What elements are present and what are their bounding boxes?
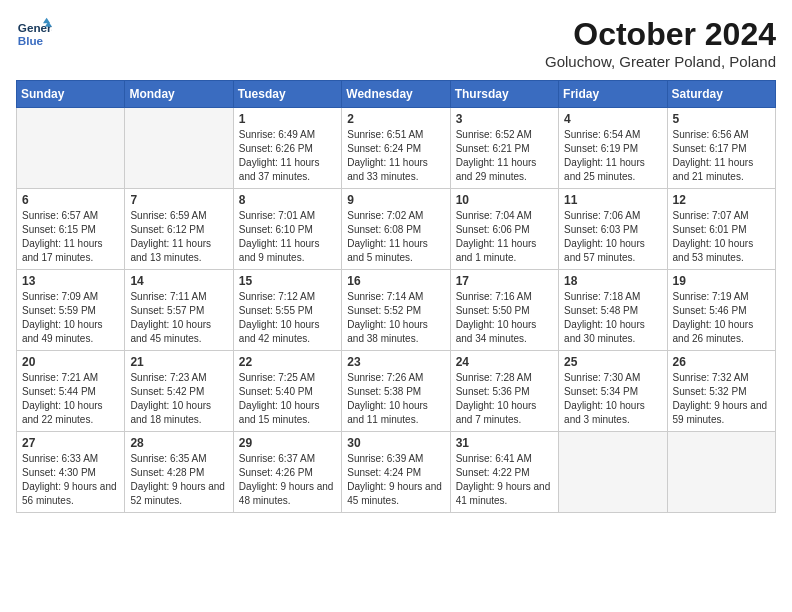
day-info: Sunrise: 7:12 AM Sunset: 5:55 PM Dayligh…	[239, 291, 320, 344]
calendar-cell: 13Sunrise: 7:09 AM Sunset: 5:59 PM Dayli…	[17, 270, 125, 351]
calendar-cell: 10Sunrise: 7:04 AM Sunset: 6:06 PM Dayli…	[450, 189, 558, 270]
calendar-cell: 26Sunrise: 7:32 AM Sunset: 5:32 PM Dayli…	[667, 351, 775, 432]
day-info: Sunrise: 7:26 AM Sunset: 5:38 PM Dayligh…	[347, 372, 428, 425]
calendar-cell: 17Sunrise: 7:16 AM Sunset: 5:50 PM Dayli…	[450, 270, 558, 351]
calendar-cell: 14Sunrise: 7:11 AM Sunset: 5:57 PM Dayli…	[125, 270, 233, 351]
day-info: Sunrise: 7:18 AM Sunset: 5:48 PM Dayligh…	[564, 291, 645, 344]
day-number: 11	[564, 193, 661, 207]
day-number: 5	[673, 112, 770, 126]
day-info: Sunrise: 7:14 AM Sunset: 5:52 PM Dayligh…	[347, 291, 428, 344]
weekday-header: Thursday	[450, 81, 558, 108]
day-info: Sunrise: 7:06 AM Sunset: 6:03 PM Dayligh…	[564, 210, 645, 263]
day-number: 4	[564, 112, 661, 126]
day-number: 10	[456, 193, 553, 207]
calendar-cell: 22Sunrise: 7:25 AM Sunset: 5:40 PM Dayli…	[233, 351, 341, 432]
day-info: Sunrise: 6:54 AM Sunset: 6:19 PM Dayligh…	[564, 129, 645, 182]
calendar-cell: 28Sunrise: 6:35 AM Sunset: 4:28 PM Dayli…	[125, 432, 233, 513]
calendar-week-row: 6Sunrise: 6:57 AM Sunset: 6:15 PM Daylig…	[17, 189, 776, 270]
day-number: 9	[347, 193, 444, 207]
day-number: 23	[347, 355, 444, 369]
day-number: 20	[22, 355, 119, 369]
calendar-cell: 6Sunrise: 6:57 AM Sunset: 6:15 PM Daylig…	[17, 189, 125, 270]
day-number: 1	[239, 112, 336, 126]
day-number: 19	[673, 274, 770, 288]
calendar-cell: 31Sunrise: 6:41 AM Sunset: 4:22 PM Dayli…	[450, 432, 558, 513]
day-number: 12	[673, 193, 770, 207]
calendar-cell: 9Sunrise: 7:02 AM Sunset: 6:08 PM Daylig…	[342, 189, 450, 270]
weekday-header-row: SundayMondayTuesdayWednesdayThursdayFrid…	[17, 81, 776, 108]
logo-icon: General Blue	[16, 16, 52, 52]
day-number: 29	[239, 436, 336, 450]
calendar-cell: 5Sunrise: 6:56 AM Sunset: 6:17 PM Daylig…	[667, 108, 775, 189]
calendar-cell: 18Sunrise: 7:18 AM Sunset: 5:48 PM Dayli…	[559, 270, 667, 351]
day-info: Sunrise: 7:30 AM Sunset: 5:34 PM Dayligh…	[564, 372, 645, 425]
page-header: General Blue October 2024 Goluchow, Grea…	[16, 16, 776, 70]
calendar-cell	[559, 432, 667, 513]
day-info: Sunrise: 7:16 AM Sunset: 5:50 PM Dayligh…	[456, 291, 537, 344]
calendar-cell: 27Sunrise: 6:33 AM Sunset: 4:30 PM Dayli…	[17, 432, 125, 513]
day-info: Sunrise: 6:59 AM Sunset: 6:12 PM Dayligh…	[130, 210, 211, 263]
day-info: Sunrise: 7:02 AM Sunset: 6:08 PM Dayligh…	[347, 210, 428, 263]
weekday-header: Monday	[125, 81, 233, 108]
day-number: 21	[130, 355, 227, 369]
day-info: Sunrise: 6:51 AM Sunset: 6:24 PM Dayligh…	[347, 129, 428, 182]
day-info: Sunrise: 6:37 AM Sunset: 4:26 PM Dayligh…	[239, 453, 334, 506]
calendar-cell: 7Sunrise: 6:59 AM Sunset: 6:12 PM Daylig…	[125, 189, 233, 270]
day-info: Sunrise: 6:56 AM Sunset: 6:17 PM Dayligh…	[673, 129, 754, 182]
day-info: Sunrise: 6:39 AM Sunset: 4:24 PM Dayligh…	[347, 453, 442, 506]
weekday-header: Sunday	[17, 81, 125, 108]
calendar-cell: 1Sunrise: 6:49 AM Sunset: 6:26 PM Daylig…	[233, 108, 341, 189]
calendar-cell	[17, 108, 125, 189]
calendar-cell: 11Sunrise: 7:06 AM Sunset: 6:03 PM Dayli…	[559, 189, 667, 270]
title-block: October 2024 Goluchow, Greater Poland, P…	[545, 16, 776, 70]
svg-text:Blue: Blue	[18, 34, 44, 47]
day-info: Sunrise: 7:11 AM Sunset: 5:57 PM Dayligh…	[130, 291, 211, 344]
day-info: Sunrise: 7:23 AM Sunset: 5:42 PM Dayligh…	[130, 372, 211, 425]
weekday-header: Saturday	[667, 81, 775, 108]
calendar-cell: 3Sunrise: 6:52 AM Sunset: 6:21 PM Daylig…	[450, 108, 558, 189]
day-number: 24	[456, 355, 553, 369]
day-info: Sunrise: 7:07 AM Sunset: 6:01 PM Dayligh…	[673, 210, 754, 263]
location-subtitle: Goluchow, Greater Poland, Poland	[545, 53, 776, 70]
day-info: Sunrise: 7:19 AM Sunset: 5:46 PM Dayligh…	[673, 291, 754, 344]
calendar-cell: 25Sunrise: 7:30 AM Sunset: 5:34 PM Dayli…	[559, 351, 667, 432]
day-number: 26	[673, 355, 770, 369]
calendar-week-row: 13Sunrise: 7:09 AM Sunset: 5:59 PM Dayli…	[17, 270, 776, 351]
calendar-table: SundayMondayTuesdayWednesdayThursdayFrid…	[16, 80, 776, 513]
calendar-cell: 16Sunrise: 7:14 AM Sunset: 5:52 PM Dayli…	[342, 270, 450, 351]
calendar-cell: 21Sunrise: 7:23 AM Sunset: 5:42 PM Dayli…	[125, 351, 233, 432]
calendar-cell: 24Sunrise: 7:28 AM Sunset: 5:36 PM Dayli…	[450, 351, 558, 432]
day-number: 16	[347, 274, 444, 288]
day-info: Sunrise: 6:57 AM Sunset: 6:15 PM Dayligh…	[22, 210, 103, 263]
day-info: Sunrise: 7:25 AM Sunset: 5:40 PM Dayligh…	[239, 372, 320, 425]
day-number: 15	[239, 274, 336, 288]
day-number: 22	[239, 355, 336, 369]
day-number: 13	[22, 274, 119, 288]
calendar-cell: 19Sunrise: 7:19 AM Sunset: 5:46 PM Dayli…	[667, 270, 775, 351]
day-number: 30	[347, 436, 444, 450]
calendar-cell: 30Sunrise: 6:39 AM Sunset: 4:24 PM Dayli…	[342, 432, 450, 513]
calendar-week-row: 27Sunrise: 6:33 AM Sunset: 4:30 PM Dayli…	[17, 432, 776, 513]
day-number: 2	[347, 112, 444, 126]
calendar-cell: 4Sunrise: 6:54 AM Sunset: 6:19 PM Daylig…	[559, 108, 667, 189]
weekday-header: Tuesday	[233, 81, 341, 108]
day-number: 6	[22, 193, 119, 207]
logo: General Blue	[16, 16, 52, 52]
calendar-week-row: 20Sunrise: 7:21 AM Sunset: 5:44 PM Dayli…	[17, 351, 776, 432]
day-info: Sunrise: 6:41 AM Sunset: 4:22 PM Dayligh…	[456, 453, 551, 506]
calendar-week-row: 1Sunrise: 6:49 AM Sunset: 6:26 PM Daylig…	[17, 108, 776, 189]
day-info: Sunrise: 7:01 AM Sunset: 6:10 PM Dayligh…	[239, 210, 320, 263]
calendar-cell	[125, 108, 233, 189]
day-number: 18	[564, 274, 661, 288]
calendar-cell: 2Sunrise: 6:51 AM Sunset: 6:24 PM Daylig…	[342, 108, 450, 189]
day-number: 14	[130, 274, 227, 288]
calendar-cell	[667, 432, 775, 513]
weekday-header: Friday	[559, 81, 667, 108]
calendar-cell: 15Sunrise: 7:12 AM Sunset: 5:55 PM Dayli…	[233, 270, 341, 351]
day-info: Sunrise: 7:09 AM Sunset: 5:59 PM Dayligh…	[22, 291, 103, 344]
day-info: Sunrise: 6:52 AM Sunset: 6:21 PM Dayligh…	[456, 129, 537, 182]
day-number: 27	[22, 436, 119, 450]
day-number: 17	[456, 274, 553, 288]
day-number: 8	[239, 193, 336, 207]
day-info: Sunrise: 7:28 AM Sunset: 5:36 PM Dayligh…	[456, 372, 537, 425]
